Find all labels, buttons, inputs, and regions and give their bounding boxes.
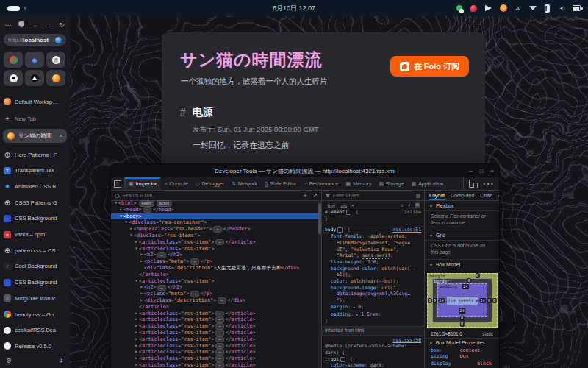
tree-row[interactable]: ▶<h2>⋯</h2>: [111, 252, 318, 258]
twisty-icon[interactable]: ▶: [139, 291, 144, 297]
url-bar[interactable]: http:// localhost: [4, 34, 66, 46]
download-icon[interactable]: ↧: [58, 357, 64, 364]
pinned-tab-firefox[interactable]: [46, 70, 65, 86]
twisty-icon[interactable]: ▶: [134, 336, 139, 343]
tree-row[interactable]: <div class="description">人生无处可逃，只有握手言和</…: [111, 265, 318, 272]
twisty-icon[interactable]: ▶: [134, 239, 139, 246]
ellipsis-pill[interactable]: ⋯: [157, 252, 165, 259]
css-rule-row[interactable]: margin: ▶ 0;: [322, 304, 424, 311]
css-rule-row[interactable]: rss.css:36: [322, 337, 424, 344]
tab-list-item[interactable]: –CSS Background: [4, 277, 68, 289]
reload-icon[interactable]: ↻: [57, 21, 67, 29]
ellipsis-pill[interactable]: ⋯: [215, 349, 223, 355]
workspace-indicator[interactable]: [7, 6, 26, 11]
tab-list-item[interactable]: ⊕pattern.css – CS: [4, 244, 68, 256]
devtools-tab-storage[interactable]: ▤Storage: [375, 177, 407, 190]
tree-row[interactable]: ▶<article class="rss-item">⋯</article>: [111, 343, 318, 350]
devtools-tab-inspector[interactable]: ▣Inspector: [125, 177, 160, 190]
css-rule-row[interactable]: :root {: [322, 356, 424, 363]
ellipsis-pill[interactable]: ⋯: [157, 285, 165, 291]
tree-row[interactable]: ▶<article class="rss-item">⋯</article>: [111, 355, 318, 362]
tree-row[interactable]: ▶<h2>⋯</h2>: [111, 284, 318, 291]
tab-list-item[interactable]: ∕Cool Background: [4, 261, 68, 272]
tree-row[interactable]: ▶<article class="rss-item">⋯</article>: [111, 239, 318, 246]
tree-row[interactable]: ▶<article class="rss-item">⋯</article>: [111, 336, 318, 343]
menu-icon[interactable]: ⋯: [3, 21, 13, 29]
search-html-input[interactable]: Search HTML: [122, 193, 154, 198]
wifi-icon[interactable]: [528, 4, 537, 13]
class-button[interactable]: .cls: [340, 203, 347, 208]
add-node-button[interactable]: +: [304, 192, 307, 199]
css-rule-row[interactable]: }: [322, 318, 424, 325]
twisty-icon[interactable]: ▼: [123, 219, 129, 226]
boxmodel-properties-header[interactable]: ▼ Box Model Properties: [425, 338, 499, 347]
stylesheet-link[interactable]: rss.css:51: [393, 227, 421, 233]
selector-highlighter-icon[interactable]: [346, 210, 351, 215]
tab-list-item[interactable]: Release v0.5.0 -: [4, 340, 68, 352]
ellipsis-pill[interactable]: ⋯: [215, 330, 223, 336]
tab-list-item[interactable]: ◉Animated CSS B: [4, 180, 68, 192]
tab-list-item[interactable]: TTransparent Tex: [4, 165, 68, 177]
flame-icon[interactable]: [470, 4, 478, 13]
shield-icon[interactable]: [16, 21, 26, 29]
tree-row[interactable]: ▶<head>⋯</head>: [111, 207, 318, 213]
tree-row[interactable]: ▼<div class="rss-container">: [111, 219, 318, 226]
add-rule-button[interactable]: +: [351, 203, 354, 208]
ellipsis-pill[interactable]: ⋯: [215, 336, 223, 343]
css-rule-row[interactable]: background-image: url(": [322, 285, 424, 291]
minimize-icon[interactable]: –: [469, 168, 472, 174]
close-tab-icon[interactable]: ×: [59, 132, 62, 139]
tab-list-item[interactable]: nvanta – npm: [4, 229, 68, 241]
grid-section-header[interactable]: ▼ Grid: [425, 230, 499, 241]
css-rule-row[interactable]: color: oklch(var(--bc));: [322, 278, 424, 285]
tree-row[interactable]: ▶<p class="meta">⋯</p>: [111, 291, 318, 297]
tab-list-item[interactable]: ⊕Hero Patterns | F: [4, 149, 68, 160]
pick-element-button[interactable]: ↖: [111, 177, 125, 190]
ellipsis-pill[interactable]: ⋯: [143, 207, 151, 213]
css-rule-row[interactable]: padding: ▶ 1.5rem;: [322, 311, 424, 319]
tree-row[interactable]: ▼<div class="rss-items">: [111, 233, 318, 239]
chat-icon[interactable]: [455, 4, 463, 13]
toggle-pane-icon[interactable]: ▥: [415, 193, 420, 199]
devtools-tab-network[interactable]: ⇅Network: [228, 177, 261, 190]
responsive-design-icon[interactable]: [469, 180, 476, 188]
ellipsis-pill[interactable]: ⋯: [190, 291, 198, 297]
css-rule-row[interactable]: ");: [322, 297, 424, 304]
css-rule-row[interactable]: @media (prefers-color-scheme:: [322, 343, 424, 350]
tab-computed[interactable]: Computed: [451, 193, 474, 198]
stylesheet-link[interactable]: rss.css:36: [393, 337, 421, 344]
pseudo-hov-button[interactable]: :hov: [326, 203, 335, 208]
maximize-icon[interactable]: □: [479, 168, 483, 174]
twisty-icon[interactable]: ▶: [134, 330, 139, 336]
tab-list-item[interactable]: ◌MingCute Icon ic: [4, 292, 68, 304]
ellipsis-pill[interactable]: ⋯: [215, 343, 223, 350]
twisty-icon[interactable]: ▶: [129, 226, 134, 233]
devtools-tab-console[interactable]: »Console: [160, 177, 192, 190]
css-rule-row[interactable]: color-scheme: dark;: [322, 362, 424, 368]
tree-row[interactable]: ▶<article class="rss-item">⋯</article>: [111, 349, 318, 355]
new-tab-button[interactable]: + New Tab: [4, 113, 68, 124]
pinned-tab-swirl[interactable]: @: [46, 52, 65, 68]
orb-icon[interactable]: [499, 4, 507, 13]
twisty-icon[interactable]: ▶: [139, 252, 144, 258]
twisty-icon[interactable]: ▶: [134, 362, 139, 368]
ime-icon[interactable]: A: [514, 4, 522, 13]
ellipsis-pill[interactable]: ⋯: [218, 297, 226, 304]
tabs-overflow-caret[interactable]: ▾: [498, 193, 499, 198]
ellipsis-pill[interactable]: ⋯: [215, 362, 223, 368]
twisty-icon[interactable]: ▼: [134, 246, 139, 252]
print-media-icon[interactable]: ▤: [415, 202, 420, 208]
ellipsis-pill[interactable]: ⋯: [190, 258, 198, 265]
tree-row[interactable]: ▶<article class="rss-item">⋯</article>: [111, 362, 318, 368]
close-icon[interactable]: ×: [490, 168, 494, 174]
tab-layout[interactable]: Layout: [429, 191, 445, 200]
tree-row[interactable]: ▼<html>eventscroll: [111, 200, 318, 207]
devtools-tab-application[interactable]: ▩Application: [408, 177, 448, 190]
toolbar-menu-icon[interactable]: ⋯: [482, 177, 494, 191]
css-rule-row[interactable]: "Arial", sans-serif;: [322, 252, 424, 259]
boxmodel-section-header[interactable]: ▼ Box Model: [425, 260, 499, 269]
workspace-switcher[interactable]: Default Worksp…: [4, 96, 68, 107]
selector-highlighter-icon[interactable]: [337, 227, 343, 233]
twisty-icon[interactable]: ▶: [134, 343, 139, 350]
ellipsis-pill[interactable]: ⋯: [215, 323, 223, 330]
